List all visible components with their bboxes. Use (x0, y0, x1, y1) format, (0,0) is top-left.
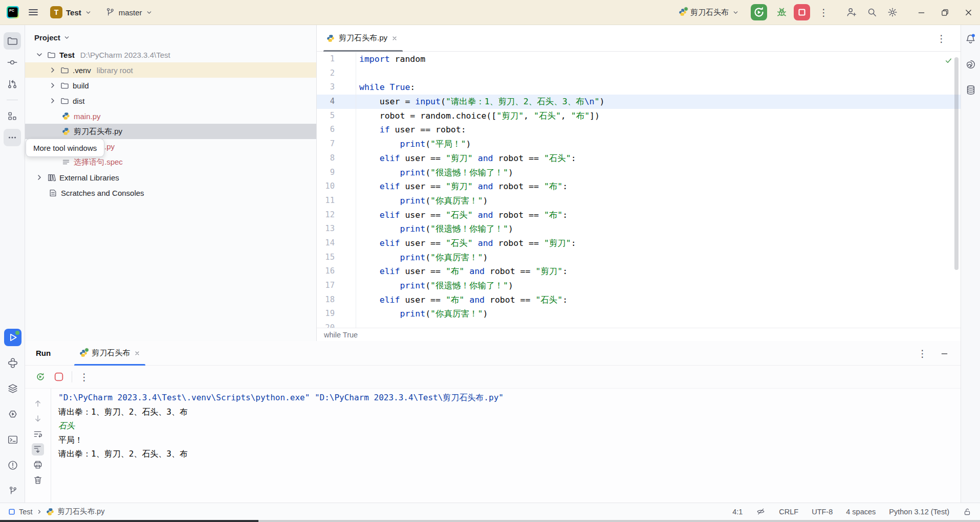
highlighting-off-icon[interactable] (756, 507, 766, 516)
notifications-bell-icon[interactable] (962, 30, 979, 48)
inspections-ok-icon[interactable] (945, 57, 952, 64)
layers-tool-button[interactable] (4, 380, 21, 397)
console-line[interactable]: 平局！ (58, 433, 504, 447)
code-line-14[interactable]: 14 elif user == "石头" and robot == "剪刀": (317, 236, 961, 251)
scroll-to-end-icon[interactable] (32, 443, 44, 456)
jump-to-next-icon[interactable] (32, 413, 44, 425)
breadcrumb[interactable]: while True (317, 328, 961, 341)
soft-wrap-icon[interactable] (32, 428, 44, 440)
more-tool-windows-button[interactable] (4, 129, 21, 146)
unlocked-icon[interactable] (963, 507, 972, 516)
tree-item-jiandao-py[interactable]: 剪刀石头布.py (25, 124, 316, 139)
debug-button[interactable] (773, 4, 790, 21)
close-icon[interactable] (391, 35, 398, 41)
status-file[interactable]: 剪刀石头布.py (58, 507, 105, 516)
chevron-down-icon[interactable] (35, 51, 43, 59)
console-line[interactable]: 请出拳：1、剪刀、2、石头、3、布 (58, 405, 504, 419)
hide-panel-icon[interactable] (941, 350, 948, 357)
code-line-18[interactable]: 18 elif user == "布" and robot == "石头": (317, 293, 961, 307)
settings-gear-button[interactable] (884, 4, 901, 21)
code-line-2[interactable]: 2 (317, 66, 961, 81)
indent-style[interactable]: 4 spaces (846, 508, 876, 516)
file-encoding[interactable]: UTF-8 (812, 508, 833, 516)
run-options-icon[interactable]: ⋮ (918, 348, 927, 359)
tree-item-scratches[interactable]: Scratches and Consoles (25, 185, 316, 200)
tree-item-dist[interactable]: dist (25, 93, 316, 108)
code-line-13[interactable]: 13 print("很遗憾！你输了！") (317, 222, 961, 236)
code-line-8[interactable]: 8 elif user == "剪刀" and robot == "石头": (317, 151, 961, 166)
chevron-right-icon[interactable] (35, 173, 43, 181)
console-line[interactable]: 请出拳：1、剪刀、2、石头、3、布 (58, 447, 504, 461)
run-tool-button[interactable] (4, 329, 21, 346)
ai-assistant-icon[interactable] (962, 56, 979, 73)
tree-item-build[interactable]: build (25, 78, 316, 93)
structure-tool-button[interactable] (4, 107, 21, 125)
more-vertical-icon[interactable]: ⋮ (819, 7, 829, 18)
version-control-tool-button[interactable] (4, 482, 21, 500)
caret-position[interactable]: 4:1 (732, 508, 743, 516)
minimize-button[interactable] (909, 2, 933, 22)
code-line-12[interactable]: 12 elif user == "石头" and robot == "布": (317, 208, 961, 222)
tree-item-external-libraries[interactable]: External Libraries (25, 170, 316, 185)
add-user-button[interactable] (843, 4, 860, 21)
stop-icon[interactable] (53, 371, 64, 382)
console-line[interactable]: 石头 (58, 419, 504, 433)
console-output[interactable]: "D:\PyCharm 2023.3.4\Test\.venv\Scripts\… (51, 389, 504, 503)
stop-button[interactable] (793, 4, 811, 21)
project-panel-header[interactable]: Project (25, 25, 316, 47)
print-icon[interactable] (32, 459, 44, 471)
terminal-tool-button[interactable] (4, 431, 21, 448)
pull-requests-tool-button[interactable] (4, 75, 21, 93)
chevron-right-icon[interactable] (49, 81, 57, 89)
run-button[interactable] (750, 4, 768, 21)
commit-tool-button[interactable] (4, 54, 21, 71)
search-button[interactable] (863, 4, 881, 21)
code-line-10[interactable]: 10 elif user == "剪刀" and robot == "布": (317, 179, 961, 194)
code-line-5[interactable]: 5 robot = random.choice(["剪刀", "石头", "布"… (317, 109, 961, 123)
code-line-19[interactable]: 19 print("你真厉害！") (317, 307, 961, 321)
python-packages-tool-button[interactable] (4, 354, 21, 372)
line-ending[interactable]: CRLF (779, 508, 798, 516)
code-line-9[interactable]: 9 print("很遗憾！你输了！") (317, 166, 961, 180)
services-tool-button[interactable] (4, 405, 21, 423)
console-line[interactable]: "D:\PyCharm 2023.3.4\Test\.venv\Scripts\… (58, 391, 504, 405)
code-line-4[interactable]: 4 user = input("请出拳：1、剪刀、2、石头、3、布\n") (317, 95, 961, 109)
tree-item-venv[interactable]: .venvlibrary root (25, 62, 316, 78)
chevron-right-icon[interactable] (49, 66, 57, 74)
code-line-7[interactable]: 7 print("平局！") (317, 137, 961, 151)
breadcrumb-item[interactable]: while True (324, 331, 358, 339)
python-interpreter[interactable]: Python 3.12 (Test) (889, 508, 949, 516)
restore-button[interactable] (933, 2, 956, 22)
tab-options-icon[interactable]: ⋮ (937, 33, 946, 44)
code-line-16[interactable]: 16 elif user == "布" and robot == "剪刀": (317, 264, 961, 279)
code-line-15[interactable]: 15 print("你真厉害！") (317, 251, 961, 265)
project-tool-button[interactable] (4, 32, 21, 50)
problems-tool-button[interactable] (4, 457, 21, 474)
project-selector[interactable]: T Test (46, 4, 96, 21)
status-module[interactable]: Test (19, 508, 33, 516)
svg-text:PC: PC (9, 9, 14, 12)
code-line-3[interactable]: 3while True: (317, 80, 961, 95)
jump-to-previous-icon[interactable] (32, 397, 44, 410)
close-button[interactable] (956, 2, 980, 22)
run-tab[interactable]: 剪刀石头布 (73, 341, 146, 366)
close-icon[interactable] (134, 350, 140, 356)
code-area[interactable]: 1import random23while True:4 user = inpu… (317, 52, 961, 328)
rerun-icon[interactable] (35, 371, 46, 382)
tree-item-main-py[interactable]: main.py (25, 108, 316, 124)
clear-all-icon[interactable] (32, 474, 44, 486)
editor-scrollbar[interactable] (954, 57, 959, 270)
code-line-20[interactable]: 20 (317, 321, 961, 328)
editor-tab[interactable]: 剪刀石头布.py (321, 25, 405, 52)
code-line-6[interactable]: 6 if user == robot: (317, 123, 961, 137)
chevron-right-icon[interactable] (49, 97, 57, 105)
code-line-17[interactable]: 17 print("很遗憾！你输了！") (317, 279, 961, 293)
hamburger-menu-icon[interactable] (28, 7, 39, 18)
tree-item-test-root[interactable]: TestD:\PyCharm 2023.3.4\Test (25, 47, 316, 62)
code-line-1[interactable]: 1import random (317, 52, 961, 66)
run-configuration-selector[interactable]: 剪刀石头布 (674, 5, 743, 20)
vcs-branch-selector[interactable]: master (101, 5, 157, 20)
code-line-11[interactable]: 11 print("你真厉害！") (317, 194, 961, 208)
database-icon[interactable] (962, 81, 979, 99)
more-vertical-icon[interactable]: ⋮ (79, 371, 89, 382)
